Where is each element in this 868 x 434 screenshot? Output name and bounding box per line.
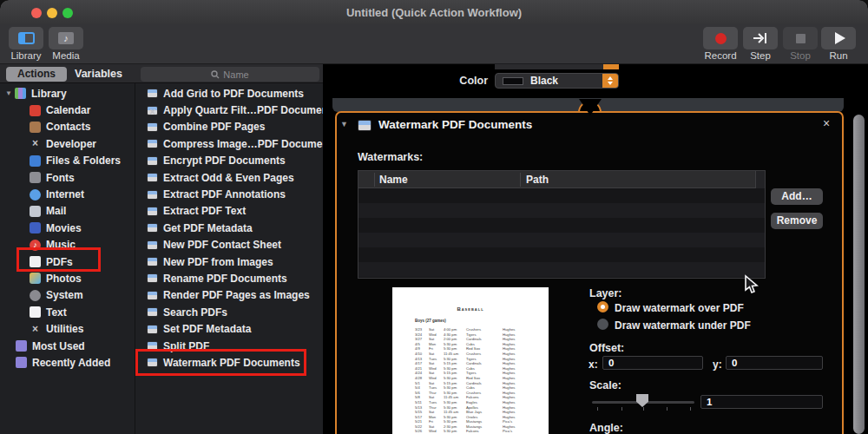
- sidebar-item[interactable]: Contacts: [0, 119, 135, 135]
- action-item[interactable]: Compress Image…PDF Documents: [135, 135, 323, 152]
- sidebar-item[interactable]: Files & Folders: [0, 153, 135, 169]
- add-watermark-button[interactable]: Add…: [771, 188, 823, 205]
- column-header-name[interactable]: Name: [379, 174, 408, 186]
- action-item[interactable]: Extract PDF Annotations: [135, 186, 323, 202]
- run-button[interactable]: [821, 27, 856, 49]
- vertical-scrollbar[interactable]: [853, 115, 865, 434]
- sidebar-panel-icon: [18, 32, 35, 44]
- action-item-label: Get PDF Metadata: [163, 222, 253, 234]
- sidebar-item-label: Photos: [46, 273, 82, 285]
- sidebar-item-icon: [30, 206, 41, 217]
- offset-y-label: y:: [713, 358, 722, 371]
- offset-x-input[interactable]: 0: [602, 356, 703, 370]
- watermarks-table-header: Name Path: [358, 171, 765, 188]
- sidebar-item[interactable]: Text: [0, 304, 135, 320]
- watermarks-table-body-empty[interactable]: [358, 188, 765, 278]
- action-item[interactable]: Rename PDF Documents: [135, 270, 323, 286]
- run-button-label: Run: [814, 50, 863, 61]
- action-item[interactable]: Extract Odd & Even Pages: [135, 169, 323, 186]
- action-item[interactable]: Get PDF Metadata: [135, 220, 323, 236]
- action-item-label: Compress Image…PDF Documents: [163, 138, 338, 150]
- sidebar-item[interactable]: Photos: [0, 270, 135, 286]
- sidebar-item-label: Developer: [46, 138, 96, 150]
- scale-value-input[interactable]: 1: [700, 395, 823, 409]
- slider-tick: [597, 407, 598, 411]
- action-item-icon: [147, 122, 158, 132]
- sidebar-item-icon: [30, 290, 41, 301]
- radio-draw-over-pdf[interactable]: [597, 301, 608, 312]
- preview-schedule: 3/23Sat 4:00 pmCrushers Hughes 3/24Wed 4…: [392, 327, 549, 434]
- pdf-preview-page: Baseball Boys (27 games) 3/23Sat 4:00 pm…: [392, 287, 549, 434]
- offset-y-input[interactable]: 0: [726, 356, 823, 370]
- action-item-label: Render PDF Pages as Images: [163, 289, 310, 301]
- run-icon: [835, 32, 845, 44]
- action-item-label: Add Grid to PDF Documents: [163, 88, 304, 100]
- sidebar-item[interactable]: Internet: [0, 186, 135, 202]
- action-item[interactable]: Combine PDF Pages: [135, 119, 323, 135]
- action-item-icon: [147, 106, 158, 115]
- step-button[interactable]: [743, 27, 778, 49]
- tab-actions[interactable]: Actions: [6, 67, 67, 82]
- sidebar-item[interactable]: System: [0, 287, 135, 304]
- library-books-icon: [15, 88, 26, 99]
- sidebar-item-label: System: [46, 289, 83, 301]
- sidebar-item-icon: [30, 105, 41, 116]
- workflow-connector-arrow-icon: [579, 99, 602, 115]
- radio-draw-under-label[interactable]: Draw watermark under PDF: [615, 319, 751, 332]
- stop-button[interactable]: [783, 27, 818, 49]
- action-item[interactable]: Add Grid to PDF Documents: [135, 85, 323, 102]
- media-note-icon: ♪: [58, 32, 74, 44]
- disclosure-triangle-icon[interactable]: ▼: [5, 89, 15, 97]
- action-item[interactable]: New PDF from Images: [135, 253, 323, 270]
- sidebar-item-label: Files & Folders: [46, 155, 121, 167]
- action-item[interactable]: Apply Quartz Filt…PDF Documents: [135, 102, 323, 118]
- sidebar-item[interactable]: Mail: [0, 203, 135, 220]
- sidebar-item-icon: [30, 273, 41, 284]
- action-item-label: Extract Odd & Even Pages: [163, 172, 294, 184]
- folder-icon: [16, 340, 27, 352]
- column-header-path[interactable]: Path: [526, 174, 549, 186]
- sidebar-item[interactable]: Calendar: [0, 102, 135, 118]
- action-item-label: Set PDF Metadata: [163, 323, 251, 335]
- sidebar-item[interactable]: Developer: [0, 135, 135, 152]
- radio-draw-over-label[interactable]: Draw watermark over PDF: [615, 302, 744, 314]
- action-item-icon: [147, 325, 158, 334]
- sidebar-item-label: Text: [46, 306, 67, 319]
- tab-variables[interactable]: Variables: [75, 67, 122, 82]
- action-item[interactable]: Search PDFs: [135, 304, 323, 320]
- sidebar-item[interactable]: Fonts: [0, 169, 135, 186]
- window-title: Untitled (Quick Action Workflow): [0, 6, 868, 19]
- watermarks-table[interactable]: Name Path: [358, 170, 766, 279]
- sidebar-item[interactable]: Movies: [0, 220, 135, 236]
- layer-label: Layer:: [589, 287, 622, 299]
- card-disclosure-triangle-icon[interactable]: ▼: [340, 120, 348, 128]
- sidebar-item[interactable]: Recently Added: [0, 354, 135, 371]
- action-item[interactable]: Render PDF Pages as Images: [135, 287, 323, 304]
- media-button[interactable]: ♪: [49, 27, 83, 49]
- watermarks-label: Watermarks:: [358, 151, 423, 163]
- mouse-cursor-icon: [743, 274, 759, 299]
- sidebar-item[interactable]: Most Used: [0, 338, 135, 354]
- sidebar-item-library[interactable]: ▼ Library: [0, 85, 135, 102]
- record-button[interactable]: [703, 27, 738, 49]
- action-item[interactable]: Encrypt PDF Documents: [135, 153, 323, 169]
- sidebar-item-label: Contacts: [46, 121, 90, 133]
- action-item[interactable]: Extract PDF Text: [135, 203, 323, 220]
- action-item[interactable]: Set PDF Metadata: [135, 320, 323, 337]
- stop-icon: [796, 34, 806, 43]
- radio-draw-under-pdf[interactable]: [597, 319, 608, 330]
- color-popup-button[interactable]: Black: [495, 73, 619, 89]
- action-item[interactable]: New PDF Contact Sheet: [135, 237, 323, 253]
- library-toggle-button[interactable]: [9, 27, 43, 49]
- action-item-label: Encrypt PDF Documents: [163, 155, 286, 167]
- sidebar-item[interactable]: Utilities: [0, 320, 135, 337]
- record-icon: [715, 33, 727, 44]
- action-item-label: Extract PDF Annotations: [163, 188, 286, 201]
- popup-stepper-icon[interactable]: [602, 74, 618, 88]
- search-input[interactable]: Name: [141, 67, 319, 82]
- card-close-icon[interactable]: ×: [823, 116, 830, 130]
- remove-watermark-button[interactable]: Remove: [771, 213, 823, 229]
- action-item-label: Rename PDF Documents: [163, 273, 287, 285]
- search-placeholder: Name: [223, 69, 248, 80]
- slider-tick: [667, 407, 667, 411]
